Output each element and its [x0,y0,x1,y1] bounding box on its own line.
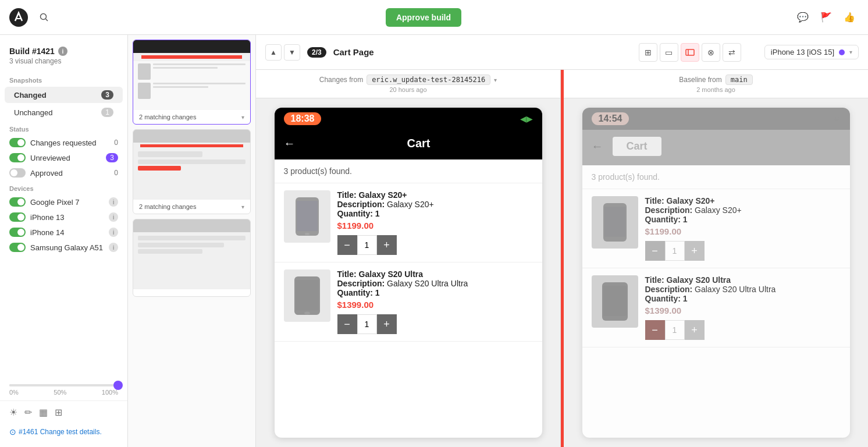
grid-tool-button[interactable]: ▦ [39,407,48,418]
device-item-iphone-14[interactable]: iPhone 14 i [0,225,127,240]
page-badge: 2/3 [307,47,326,58]
product-1-title-right: Title: Galaxy S20+ [645,196,841,205]
product-1-image-right [592,196,638,249]
qty-minus-2-right[interactable]: − [645,320,665,340]
sidebar: Build #1421 i 3 visual changes Snapshots… [0,35,128,447]
sun-tool-button[interactable]: ☀ [9,407,17,418]
phone-status-icons-right: ⇔ [834,114,841,123]
product-1-qty-controls-right: − 1 + [645,241,841,261]
thumbnail-image-2 [133,219,250,289]
phone-status-icons-left: ◀▶ [520,114,533,123]
thumbnail-card-0[interactable]: 2 matching changes ▾ [133,40,251,125]
product-1-qty-controls-left: − 1 + [337,235,533,255]
product-item-2-right: Title: Galaxy S20 Ultra Description: Gal… [582,268,850,347]
top-bar: Approve build 💬 🚩 👍 [0,0,868,35]
left-phone-mockup: 18:38 ◀▶ ← Cart 3 product(s) found. [275,108,542,438]
status-unreviewed[interactable]: Unreviewed 3 [0,150,127,165]
product-1-image-left [284,190,330,243]
right-phone-mockup: 14:54 ⇔ ← Cart 3 product(s) found. [582,108,850,438]
content-topbar: ▲ ▼ 2/3 Cart Page ⊞ ▭ ⊗ ⇄ [256,35,868,70]
nav-down-button[interactable]: ▼ [284,44,300,61]
unreviewed-toggle[interactable] [9,153,26,162]
left-pane-content: 18:38 ◀▶ ← Cart 3 product(s) found. [256,98,560,447]
product-2-qty-right: Quantity: 1 [645,294,841,303]
diff-view-button[interactable] [681,43,699,62]
build-title: Build #1421 i [9,47,118,56]
phone-time-right: 14:54 [592,112,629,125]
single-view-button[interactable]: ▭ [660,43,678,62]
svg-rect-17 [604,207,625,237]
phone-header-right: ← Cart [582,130,850,165]
mirror-view-button[interactable]: ⇄ [723,43,741,62]
snapshots-section-title: Snapshots [0,72,127,86]
thumbsup-button[interactable]: 👍 [840,8,859,27]
device-selector-chevron: ▾ [849,49,852,55]
device-name: iPhone 13 [iOS 15] [771,48,834,56]
google-pixel-toggle[interactable] [9,197,26,207]
product-2-info-left: Title: Galaxy S20 Ultra Description: Gal… [337,269,533,334]
build-info-icon[interactable]: i [58,47,67,56]
slider-fill [9,384,118,386]
split-view-button[interactable]: ⊞ [639,43,657,62]
search-button[interactable] [35,8,54,27]
product-1-qty-right: Quantity: 1 [645,215,841,224]
pen-tool-button[interactable]: ✏ [24,407,32,418]
comparison-area: Changes from eric.w_update-test-28145216… [256,70,868,447]
approved-toggle[interactable] [9,168,26,178]
svg-point-1 [41,13,47,19]
qty-plus-2-right[interactable]: + [685,320,705,340]
page-title: Cart Page [333,47,374,57]
thumbnail-label-2 [133,289,250,296]
product-2-qty-controls-right: − 1 + [645,320,841,340]
samsung-toggle[interactable] [9,243,26,252]
right-pane-content: 14:54 ⇔ ← Cart 3 product(s) found. [564,98,868,447]
product-item-1-right: Title: Galaxy S20+ Description: Galaxy S… [582,189,850,268]
github-icon: ⊙ [9,427,16,437]
thumbnail-chevron-1: ▾ [241,204,244,210]
svg-rect-19 [603,286,627,316]
svg-point-12 [304,312,310,315]
flag-button[interactable]: 🚩 [817,8,835,27]
iphone14-info-icon[interactable]: i [109,228,118,237]
back-arrow-right: ← [592,140,603,153]
samsung-info-icon[interactable]: i [109,243,118,252]
approve-build-button[interactable]: Approve build [386,8,461,27]
device-selector[interactable]: iPhone 13 [iOS 15] ▾ [764,45,859,59]
qty-minus-1-left[interactable]: − [337,235,357,255]
iphone13-info-icon[interactable]: i [109,212,118,222]
device-item-samsung-galaxy-a51[interactable]: Samsung Galaxy A51 i [0,240,127,255]
thumbnail-card-2[interactable] [133,219,251,297]
thumbnail-card-1[interactable]: 2 matching changes ▾ [133,129,251,214]
status-approved[interactable]: Approved 0 [0,165,127,180]
qty-minus-2-left[interactable]: − [337,314,357,334]
overlay-view-button[interactable]: ⊗ [702,43,720,62]
status-changes-requested[interactable]: Changes requested 0 [0,135,127,150]
thumbnail-image-1 [133,130,250,200]
iphone13-toggle[interactable] [9,212,26,222]
thumbnail-label-1: 2 matching changes ▾ [133,200,250,214]
svg-rect-6 [297,201,318,231]
qty-plus-1-right[interactable]: + [685,241,705,261]
github-link[interactable]: ⊙ #1461 Change test details. [0,424,127,440]
nav-up-button[interactable]: ▲ [265,44,282,61]
phone-body-left: 3 product(s) found. [275,159,542,342]
iphone14-toggle[interactable] [9,228,26,237]
changes-branch-chevron[interactable]: ▾ [494,77,497,83]
product-2-image-left [284,269,330,322]
qty-minus-1-right[interactable]: − [645,241,665,261]
products-header-left: 3 product(s) found. [275,159,542,183]
snapshot-changed[interactable]: Changed 3 [5,87,123,103]
device-item-google-pixel-7[interactable]: Google Pixel 7 i [0,194,127,210]
qty-plus-1-left[interactable]: + [377,235,397,255]
qty-plus-2-left[interactable]: + [377,314,397,334]
google-pixel-info-icon[interactable]: i [109,197,118,207]
product-2-title-left: Title: Galaxy S20 Ultra [337,269,533,279]
product-2-desc-right: Description: Galaxy S20 Ultra Ultra [645,285,841,294]
snapshot-unchanged[interactable]: Unchanged 1 [5,104,123,120]
slider-thumb[interactable] [113,381,123,390]
product-1-qty-left: Quantity: 1 [337,209,533,218]
comment-button[interactable]: 💬 [794,8,812,27]
device-item-iphone-13[interactable]: iPhone 13 i [0,210,127,225]
layout-tool-button[interactable]: ⊞ [55,407,62,418]
changes-requested-toggle[interactable] [9,138,26,147]
